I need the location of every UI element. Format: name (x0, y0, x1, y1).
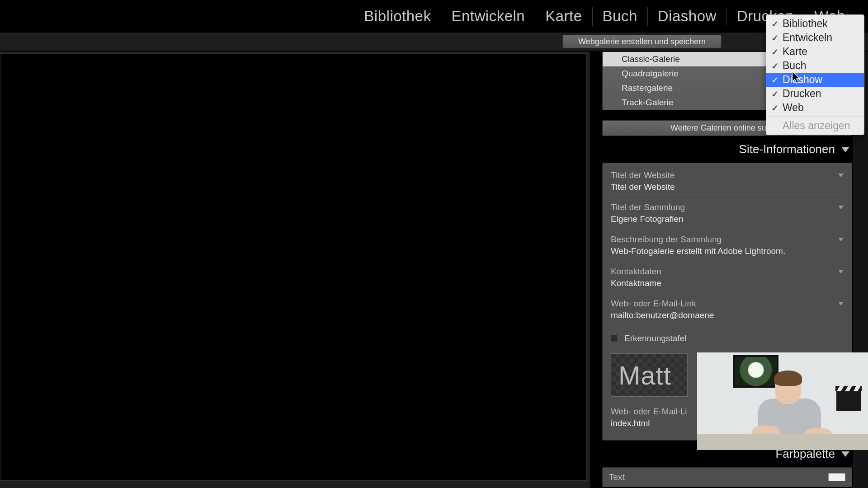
checkmark-icon: ✓ (771, 47, 779, 57)
ctx-item-label: Web (783, 102, 804, 114)
dropdown-caret-icon[interactable] (838, 238, 844, 241)
web-email-link-label: Web- oder E-Mail-Link (611, 299, 696, 309)
checkmark-icon: ✓ (771, 75, 779, 85)
identity-plate-label: Erkennungstafel (624, 333, 686, 343)
module-book[interactable]: Buch (593, 8, 647, 25)
site-info-panel-title: Site-Informationen (739, 142, 835, 156)
ctx-item-print[interactable]: ✓ Drucken (766, 87, 864, 101)
identity-plate-preview[interactable]: Matt (611, 353, 688, 397)
collection-title-label: Titel der Sammlung (611, 202, 685, 212)
ctx-item-label: Entwickeln (783, 32, 832, 44)
contact-label: Kontaktdaten (611, 267, 661, 277)
ctx-item-label: Buch (783, 60, 806, 72)
color-palette-panel-body: Text (602, 467, 852, 487)
ctx-item-map[interactable]: ✓ Karte (766, 45, 864, 59)
checkmark-icon: ✓ (771, 61, 779, 71)
collection-desc-value[interactable]: Web-Fotogalerie erstellt mit Adobe Light… (611, 244, 844, 262)
module-bar: Bibliothek Entwickeln Karte Buch Diashow… (0, 0, 868, 33)
preview-area (0, 52, 590, 488)
ctx-item-label: Bibliothek (783, 18, 828, 30)
contact-value[interactable]: Kontaktname (611, 277, 844, 294)
contact-field[interactable]: Kontaktdaten Kontaktname (609, 264, 845, 294)
collection-desc-field[interactable]: Beschreibung der Sammlung Web-Fotogaleri… (609, 232, 845, 262)
dropdown-caret-icon[interactable] (838, 206, 844, 209)
ctx-item-label: Drucken (783, 88, 821, 100)
preview-canvas (0, 53, 587, 481)
color-text-row: Text (609, 472, 845, 482)
web-email-link-value[interactable]: mailto:benutzer@domaene (611, 309, 844, 326)
identity-plate-checkbox[interactable] (611, 335, 618, 342)
module-map[interactable]: Karte (535, 8, 592, 25)
web-email-link-2-label: Web- oder E-Mail-Li (611, 407, 687, 417)
collection-title-value[interactable]: Eigene Fotografien (611, 212, 844, 230)
ctx-item-show-all[interactable]: Alles anzeigen (766, 119, 864, 133)
site-info-panel-header[interactable]: Site-Informationen (602, 136, 852, 163)
ctx-item-library[interactable]: ✓ Bibliothek (766, 17, 864, 31)
disclosure-triangle-icon (841, 451, 849, 457)
collection-desc-label: Beschreibung der Sammlung (611, 235, 722, 244)
module-develop[interactable]: Entwickeln (441, 8, 535, 25)
dropdown-caret-icon[interactable] (838, 270, 844, 273)
clapperboard-icon (836, 391, 861, 411)
module-slideshow[interactable]: Diashow (648, 8, 726, 25)
checkmark-icon: ✓ (771, 33, 779, 43)
text-color-swatch[interactable] (828, 473, 845, 481)
context-menu-separator (766, 117, 864, 117)
ctx-item-develop[interactable]: ✓ Entwickeln (766, 31, 864, 45)
color-text-label: Text (609, 472, 625, 482)
dropdown-caret-icon[interactable] (838, 302, 844, 305)
site-title-field[interactable]: Titel der Website Titel der Website (609, 168, 845, 198)
create-save-gallery-button[interactable]: Webgalerie erstellen und speichern (562, 35, 722, 48)
module-library[interactable]: Bibliothek (354, 8, 441, 25)
ctx-item-slideshow[interactable]: ✓ Diashow (766, 73, 864, 87)
site-title-label: Titel der Website (611, 170, 675, 180)
collection-title-field[interactable]: Titel der Sammlung Eigene Fotografien (609, 200, 845, 230)
module-picker-context-menu: ✓ Bibliothek ✓ Entwickeln ✓ Karte ✓ Buch… (766, 14, 864, 135)
site-title-value[interactable]: Titel der Website (611, 180, 844, 198)
ctx-item-label: Karte (783, 46, 807, 58)
identity-plate-row[interactable]: Erkennungstafel (609, 328, 845, 345)
dropdown-caret-icon[interactable] (838, 174, 844, 177)
identity-plate-text: Matt (618, 360, 671, 390)
ctx-item-book[interactable]: ✓ Buch (766, 59, 864, 73)
ctx-item-label: Diashow (783, 74, 822, 86)
disclosure-triangle-icon (841, 147, 849, 152)
web-toolbar: Webgalerie erstellen und speichern (0, 33, 868, 51)
checkmark-icon: ✓ (771, 19, 779, 29)
checkmark-icon: ✓ (771, 89, 779, 99)
webcam-overlay (697, 352, 868, 450)
ctx-item-label: Alles anzeigen (783, 120, 850, 132)
ctx-item-web[interactable]: ✓ Web (766, 101, 864, 115)
checkmark-icon: ✓ (771, 103, 779, 113)
web-email-link-field[interactable]: Web- oder E-Mail-Link mailto:benutzer@do… (609, 296, 845, 326)
